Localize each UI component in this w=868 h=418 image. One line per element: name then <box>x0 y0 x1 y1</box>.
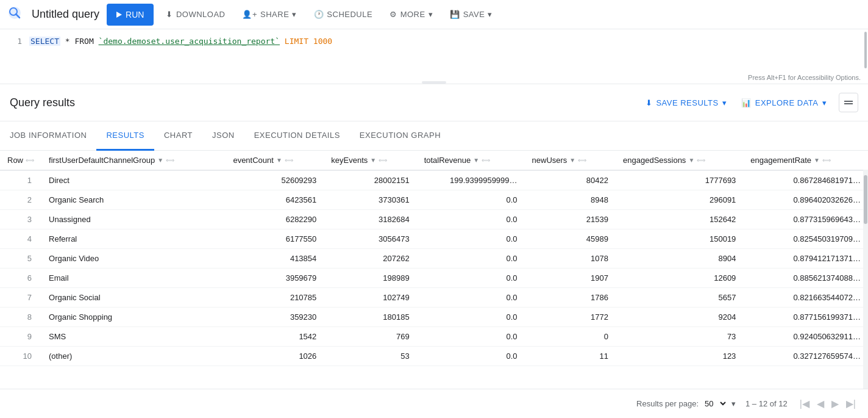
tab-chart[interactable]: CHART <box>154 121 202 151</box>
share-button[interactable]: 👤+ SHARE ▾ <box>237 4 301 26</box>
table-row[interactable]: 3Unassigned628229031826840.0215391526420… <box>0 210 868 229</box>
col-eventCount-label: eventCount <box>233 156 274 165</box>
col-newUsers-resize[interactable]: ⟺ <box>578 157 586 164</box>
save-button[interactable]: 💾 SAVE ▾ <box>445 4 497 26</box>
table-row[interactable]: 10(other)1026530.0111230.327127659574… <box>0 347 868 366</box>
table-row[interactable]: 7Organic Social2107851027490.0178656570.… <box>0 288 868 308</box>
tab-execution-graph-label: EXECUTION GRAPH <box>360 131 441 140</box>
save-results-chevron-icon: ▾ <box>722 98 727 107</box>
code-rest: * FROM <box>60 37 99 46</box>
cell-engagementRate: 0.924050632911… <box>743 327 868 347</box>
cell-newUsers: 0 <box>525 327 616 347</box>
cell-keyEvents: 3182684 <box>324 210 416 229</box>
col-totalRevenue-sort-icon[interactable]: ▼ <box>473 157 479 164</box>
col-keyEvents-sort-icon[interactable]: ▼ <box>370 157 376 164</box>
cell-row: 6 <box>0 268 41 288</box>
col-header-engagedSessions[interactable]: engagedSessions ▼ ⟺ <box>616 151 743 170</box>
col-engagementRate-resize[interactable]: ⟺ <box>822 157 831 164</box>
results-title: Query results <box>10 96 75 109</box>
col-header-engagementRate[interactable]: engagementRate ▼ ⟺ <box>743 151 868 170</box>
cell-eventCount: 210785 <box>226 288 324 308</box>
first-page-button[interactable]: |◀ <box>797 395 812 412</box>
per-page-select[interactable]: 50 100 200 <box>702 398 728 409</box>
table-row[interactable]: 8Organic Shopping3592301801850.017729204… <box>0 308 868 327</box>
col-engagedSessions-sort-icon[interactable]: ▼ <box>688 157 694 164</box>
download-button[interactable]: ⬇ DOWNLOAD <box>161 4 230 26</box>
tab-execution-details[interactable]: EXECUTION DETAILS <box>244 121 350 151</box>
tabs-bar: JOB INFORMATION RESULTS CHART JSON EXECU… <box>0 121 868 151</box>
table-footer: Results per page: 50 100 200 ▾ 1 – 12 of… <box>0 389 868 418</box>
col-keyEvents-resize[interactable]: ⟺ <box>379 157 387 164</box>
share-icon: 👤+ <box>242 10 257 19</box>
cell-totalRevenue: 0.0 <box>417 249 525 268</box>
save-results-icon: ⬇ <box>646 98 653 107</box>
last-page-button[interactable]: ▶| <box>844 395 858 412</box>
cell-engagedSessions: 8904 <box>616 249 743 268</box>
cell-row: 3 <box>0 210 41 229</box>
explore-data-icon: 📊 <box>741 98 752 107</box>
col-header-eventCount[interactable]: eventCount ▼ ⟺ <box>226 151 324 170</box>
share-label: SHARE <box>260 10 289 19</box>
cell-keyEvents: 3056473 <box>324 229 416 249</box>
run-button[interactable]: RUN <box>107 4 154 26</box>
table-row[interactable]: 1Direct5260929328002151199.9399959999…80… <box>0 170 868 190</box>
col-newUsers-sort-icon[interactable]: ▼ <box>569 157 575 164</box>
query-title: Untitled query <box>32 8 99 21</box>
tab-execution-details-label: EXECUTION DETAILS <box>254 131 340 140</box>
editor-scrollbar[interactable] <box>864 32 867 68</box>
cell-engagementRate: 0.885621374088… <box>743 268 868 288</box>
tab-job-information-label: JOB INFORMATION <box>10 131 87 140</box>
tab-execution-graph[interactable]: EXECUTION GRAPH <box>350 121 450 151</box>
col-header-keyEvents[interactable]: keyEvents ▼ ⟺ <box>324 151 416 170</box>
prev-page-button[interactable]: ◀ <box>814 395 827 412</box>
per-page-chevron-icon: ▾ <box>731 399 736 408</box>
col-engagedSessions-resize[interactable]: ⟺ <box>697 157 705 164</box>
table-row[interactable]: 5Organic Video4138542072620.0107889040.8… <box>0 249 868 268</box>
col-eventCount-resize[interactable]: ⟺ <box>285 157 293 164</box>
save-results-button[interactable]: ⬇ SAVE RESULTS ▾ <box>638 92 734 114</box>
tab-job-information[interactable]: JOB INFORMATION <box>10 121 96 151</box>
col-header-newUsers[interactable]: newUsers ▼ ⟺ <box>525 151 616 170</box>
cell-firstUserDefaultChannelGroup: Organic Shopping <box>41 308 226 327</box>
col-eventCount-sort-icon[interactable]: ▼ <box>276 157 282 164</box>
run-label: RUN <box>126 10 144 20</box>
col-header-firstUserDefaultChannelGroup[interactable]: firstUserDefaultChannelGroup ▼ ⟺ <box>41 151 226 170</box>
col-row-resize[interactable]: ⟺ <box>26 157 34 164</box>
editor-resize-handle[interactable] <box>422 81 446 84</box>
cell-newUsers: 8948 <box>525 190 616 210</box>
next-page-button[interactable]: ▶ <box>829 395 841 412</box>
tab-results[interactable]: RESULTS <box>96 121 154 151</box>
cell-newUsers: 11 <box>525 347 616 366</box>
col-engagementRate-sort-icon[interactable]: ▼ <box>814 157 820 164</box>
bigquery-logo-icon[interactable] <box>7 5 22 23</box>
table-row[interactable]: 9SMS15427690.00730.924050632911… <box>0 327 868 347</box>
table-row[interactable]: 6Email39596791989890.01907126090.8856213… <box>0 268 868 288</box>
cell-row: 5 <box>0 249 41 268</box>
tab-json[interactable]: JSON <box>202 121 244 151</box>
cell-engagementRate: 0.867284681971… <box>743 170 868 190</box>
collapse-line-top <box>844 101 853 102</box>
cell-firstUserDefaultChannelGroup: SMS <box>41 327 226 347</box>
results-header: Query results ⬇ SAVE RESULTS ▾ 📊 EXPLORE… <box>0 84 868 121</box>
table-row[interactable]: 4Referral617755030564730.0459891500190.8… <box>0 229 868 249</box>
table-container[interactable]: Row ⟺ firstUserDefaultChannelGroup ▼ ⟺ <box>0 151 868 389</box>
table-row[interactable]: 2Organic Search642356137303610.089482960… <box>0 190 868 210</box>
cell-totalRevenue: 199.9399959999… <box>417 170 525 190</box>
cell-engagementRate: 0.896402032626… <box>743 190 868 210</box>
cell-engagementRate: 0.327127659574… <box>743 347 868 366</box>
col-header-totalRevenue[interactable]: totalRevenue ▼ ⟺ <box>417 151 525 170</box>
collapse-button[interactable] <box>839 93 858 112</box>
col-firstUser-sort-icon[interactable]: ▼ <box>157 157 163 164</box>
cell-newUsers: 1786 <box>525 288 616 308</box>
col-firstUser-resize[interactable]: ⟺ <box>166 157 174 164</box>
explore-data-button[interactable]: 📊 EXPLORE DATA ▾ <box>734 92 834 114</box>
col-totalRevenue-resize[interactable]: ⟺ <box>482 157 490 164</box>
cell-keyEvents: 180185 <box>324 308 416 327</box>
table-scrollbar-thumb[interactable] <box>864 175 867 224</box>
schedule-button[interactable]: 🕐 SCHEDULE <box>309 4 377 26</box>
cell-firstUserDefaultChannelGroup: Unassigned <box>41 210 226 229</box>
per-page-control: Results per page: 50 100 200 ▾ <box>636 398 736 409</box>
gear-icon: ⚙ <box>390 10 397 19</box>
more-button[interactable]: ⚙ MORE ▾ <box>385 4 438 26</box>
editor-area[interactable]: 1 SELECT * FROM `demo.demoset.user_acqui… <box>0 29 868 84</box>
